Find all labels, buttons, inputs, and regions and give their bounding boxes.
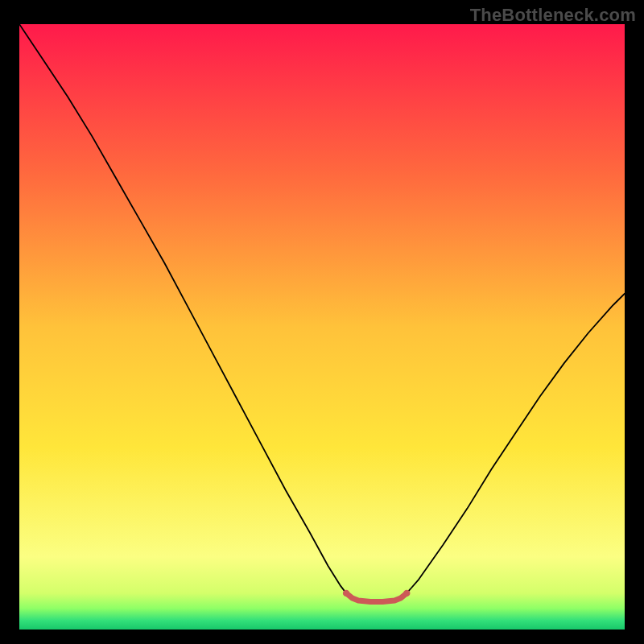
gradient-background <box>19 24 625 630</box>
plot-svg <box>19 24 625 630</box>
marker-dot <box>403 590 410 597</box>
chart-frame: TheBottleneck.com <box>0 0 644 644</box>
watermark-text: TheBottleneck.com <box>470 5 636 26</box>
plot-region <box>19 24 625 630</box>
marker-dot <box>343 590 349 597</box>
